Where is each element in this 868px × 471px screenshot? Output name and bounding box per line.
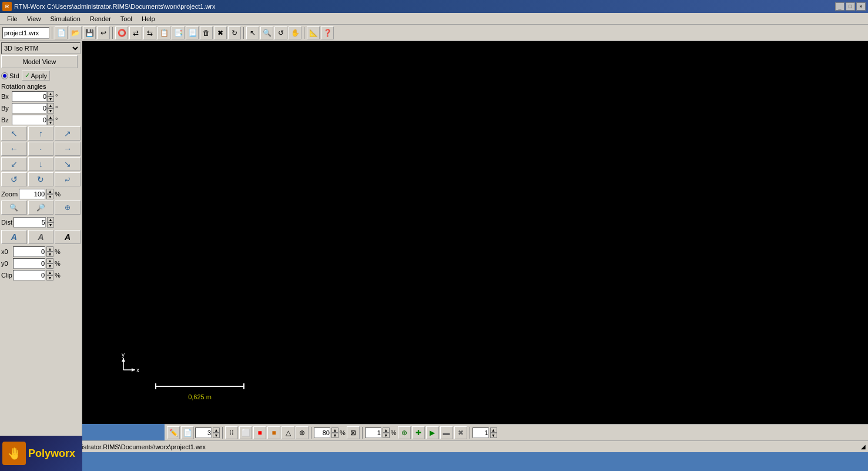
bx-spinner[interactable]: ▲ ▼ [47, 91, 54, 102]
step-up[interactable]: ▲ [383, 427, 390, 433]
rot-btn-12[interactable]: ⤾ [55, 172, 81, 186]
menu-help[interactable]: Help [137, 14, 160, 24]
pan-button[interactable]: ✋ [289, 26, 301, 39]
tool7-button[interactable]: 🗑 [200, 26, 213, 39]
clip-input[interactable] [13, 270, 45, 280]
font-btn-3[interactable]: A [55, 230, 81, 244]
tool1-button[interactable]: ⭕ [115, 26, 128, 39]
bottom-tool-7[interactable]: △ [281, 426, 294, 439]
clip-up[interactable]: ▲ [46, 270, 53, 275]
bx-up[interactable]: ▲ [47, 91, 54, 96]
by-down[interactable]: ▼ [47, 108, 54, 113]
title-bar-buttons[interactable]: _ □ × [835, 2, 866, 11]
clip-down[interactable]: ▼ [46, 275, 53, 280]
font-btn-1[interactable]: A [1, 230, 27, 244]
measure-button[interactable]: 📐 [307, 26, 320, 39]
model-view-button[interactable]: Model View [1, 55, 78, 68]
y0-input[interactable] [13, 258, 45, 269]
bx-input[interactable] [12, 91, 47, 102]
help-button[interactable]: ❓ [321, 26, 334, 39]
layer-input[interactable] [195, 427, 212, 438]
layer-up[interactable]: ▲ [213, 427, 220, 433]
bottom-tool-14[interactable]: ✖ [454, 426, 467, 439]
x0-input[interactable] [13, 246, 45, 257]
bz-up[interactable]: ▲ [47, 115, 54, 120]
rot-btn-10[interactable]: ↺ [1, 172, 27, 186]
step-spinner[interactable]: ▲ ▼ [383, 427, 390, 438]
maximize-button[interactable]: □ [846, 2, 855, 11]
zoom-bottom-input[interactable] [314, 427, 330, 438]
layer-spinner[interactable]: ▲ ▼ [213, 427, 220, 438]
zoom-fit-button[interactable]: 🔍 [1, 201, 27, 215]
x0-spinner[interactable]: ▲ ▼ [46, 246, 53, 257]
tool2-button[interactable]: ⇄ [129, 26, 142, 39]
clip-spinner[interactable]: ▲ ▼ [46, 270, 53, 280]
y0-down[interactable]: ▼ [46, 263, 53, 269]
menu-tool[interactable]: Tool [116, 14, 137, 24]
resize-handle[interactable]: ◢ [861, 443, 866, 450]
by-input[interactable] [12, 103, 47, 113]
zoom-reset-button[interactable]: ⊕ [55, 201, 81, 215]
bottom-tool-3[interactable]: ⁞⁞ [225, 426, 238, 439]
close-button[interactable]: × [856, 2, 866, 11]
bottom-tool-8[interactable]: ⊕ [296, 426, 309, 439]
bottom-tool-12[interactable]: ▶ [426, 426, 439, 439]
zoom-bottom-spinner[interactable]: ▲ ▼ [331, 427, 339, 438]
zoom-up[interactable]: ▲ [46, 189, 53, 194]
new-button[interactable]: 📄 [55, 26, 68, 39]
zoom-bottom-down[interactable]: ▼ [331, 433, 339, 438]
undo-button[interactable]: ↩ [97, 26, 110, 39]
view-dropdown[interactable]: 3D Iso RTM Front Side Top [1, 42, 81, 54]
bottom-tool-1[interactable]: ✏️ [167, 426, 180, 439]
bottom-tool-4[interactable]: ⬜ [239, 426, 252, 439]
counter-up[interactable]: ▲ [490, 427, 497, 433]
x0-down[interactable]: ▼ [46, 252, 53, 257]
bottom-tool-2[interactable]: 📄 [181, 426, 194, 439]
tool3-button[interactable]: ⇆ [143, 26, 156, 39]
x0-up[interactable]: ▲ [46, 246, 53, 252]
save-button[interactable]: 💾 [83, 26, 96, 39]
zoom-bottom-up[interactable]: ▲ [331, 427, 339, 433]
menu-view[interactable]: View [22, 14, 46, 24]
rot-btn-5[interactable]: · [28, 142, 54, 156]
menu-simulation[interactable]: Simulation [45, 14, 85, 24]
apply-button[interactable]: ✓ Apply [22, 71, 51, 81]
tool6-button[interactable]: 📃 [186, 26, 199, 39]
std-radio[interactable]: Std [1, 72, 19, 79]
zoom-in-button[interactable]: 🔍 [260, 26, 273, 39]
menu-file[interactable]: File [2, 14, 22, 24]
layer-down[interactable]: ▼ [213, 433, 220, 438]
dist-down[interactable]: ▼ [47, 222, 54, 228]
y0-up[interactable]: ▲ [46, 258, 53, 263]
bz-input[interactable] [12, 115, 47, 125]
rot-btn-7[interactable]: ↙ [1, 157, 27, 171]
zoom-spinner[interactable]: ▲ ▼ [46, 189, 53, 199]
filename-input[interactable] [2, 27, 49, 39]
rot-btn-6[interactable]: → [55, 142, 81, 156]
menu-render[interactable]: Render [85, 14, 116, 24]
bottom-tool-5[interactable]: ■ [253, 426, 266, 439]
by-up[interactable]: ▲ [47, 103, 54, 108]
counter-input[interactable] [472, 427, 489, 438]
rot-btn-4[interactable]: ← [1, 142, 27, 156]
bottom-tool-6[interactable]: ■ [267, 426, 280, 439]
bottom-tool-9[interactable]: ⊠ [347, 426, 360, 439]
dist-input[interactable] [14, 217, 46, 228]
step-down[interactable]: ▼ [383, 433, 390, 438]
select-button[interactable]: ↖ [246, 26, 259, 39]
counter-spinner[interactable]: ▲ ▼ [490, 427, 497, 438]
step-input[interactable] [365, 427, 381, 438]
by-spinner[interactable]: ▲ ▼ [47, 103, 54, 113]
tool9-button[interactable]: ↻ [228, 26, 241, 39]
y0-spinner[interactable]: ▲ ▼ [46, 258, 53, 269]
dist-up[interactable]: ▲ [47, 217, 54, 222]
zoom-out-button[interactable]: 🔎 [28, 201, 54, 215]
bx-down[interactable]: ▼ [47, 96, 54, 102]
counter-down[interactable]: ▼ [490, 433, 497, 438]
bottom-tool-10[interactable]: ⊕ [398, 426, 411, 439]
rot-btn-1[interactable]: ↖ [1, 126, 27, 141]
rot-btn-9[interactable]: ↘ [55, 157, 81, 171]
bz-down[interactable]: ▼ [47, 120, 54, 125]
font-btn-2[interactable]: A [28, 230, 54, 244]
minimize-button[interactable]: _ [835, 2, 844, 11]
